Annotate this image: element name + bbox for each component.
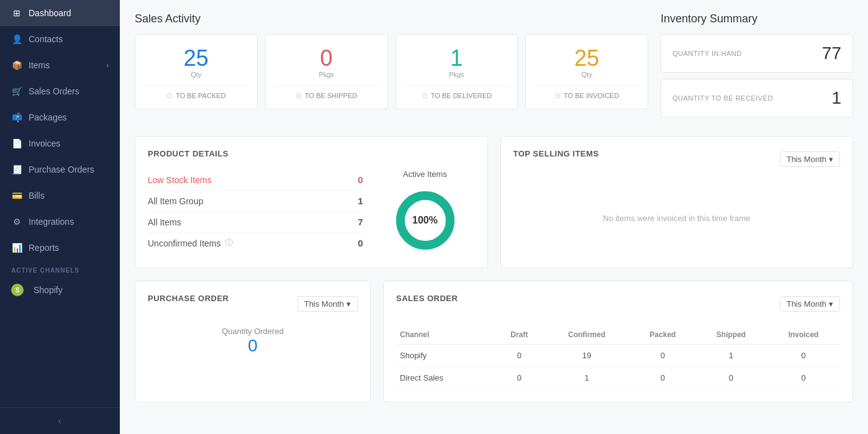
top-area: Sales Activity 25 Qty ⊙ TO BE PACKED 0 P… (135, 12, 853, 124)
purchase-order-panel: PURCHASE ORDER This Month ▾ Quantity Ord… (135, 281, 371, 402)
inv-in-hand-label: QUANTITY IN HAND (672, 50, 742, 57)
purchase-order-period-dropdown[interactable]: This Month ▾ (297, 296, 358, 312)
sales-order-period-dropdown[interactable]: This Month ▾ (780, 296, 840, 312)
sidebar-item-purchase-orders[interactable]: 🧾 Purchase Orders (0, 156, 120, 183)
po-quantity-label: Quantity Ordered (148, 327, 358, 336)
sidebar-collapse-button[interactable]: ‹ (0, 407, 120, 434)
donut-percent-text: 100% (412, 215, 438, 226)
so-invoiced-1: 0 (767, 367, 840, 389)
purchase-orders-icon: 🧾 (11, 164, 22, 175)
sidebar-label-bills: Bills (29, 191, 45, 201)
sidebar-label-dashboard: Dashboard (29, 8, 71, 18)
inv-to-receive-label: QUANTITY TO BE RECEIVED (672, 94, 773, 102)
dashboard-icon: ⊞ (11, 7, 22, 19)
invoiced-circle-icon: ⊙ (554, 91, 561, 100)
inventory-title: Inventory Summary (661, 12, 853, 25)
items-icon: 📦 (11, 60, 22, 71)
stat-cards: 25 Qty ⊙ TO BE PACKED 0 Pkgs ⊙ TO BE SHI… (135, 34, 648, 109)
invoiced-number: 25 (574, 46, 599, 71)
sidebar-item-bills[interactable]: 💳 Bills (0, 183, 120, 209)
top-selling-period-dropdown[interactable]: This Month ▾ (780, 151, 840, 167)
product-details-title: PRODUCT DETAILS (148, 149, 475, 158)
unconfirmed-label: Unconfirmed Items (148, 238, 220, 248)
col-draft: Draft (495, 325, 543, 345)
sidebar-item-sales-orders[interactable]: 🛒 Sales Orders (0, 78, 120, 104)
delivered-label: TO BE DELIVERED (431, 92, 492, 99)
sales-order-title: SALES ORDER (396, 294, 458, 303)
shipped-number: 0 (320, 46, 333, 71)
inv-in-hand-value: 77 (822, 43, 841, 63)
invoiced-unit: Qty (582, 71, 592, 78)
shipped-unit: Pkgs (319, 71, 333, 78)
so-packed-1: 0 (630, 367, 695, 389)
so-packed-0: 0 (630, 345, 695, 367)
stat-card-to-be-packed[interactable]: 25 Qty ⊙ TO BE PACKED (135, 34, 258, 109)
inv-card-in-hand: QUANTITY IN HAND 77 (661, 34, 853, 73)
sidebar-item-items[interactable]: 📦 Items › (0, 52, 120, 78)
delivered-divider (405, 86, 509, 86)
sidebar: ⊞ Dashboard 👤 Contacts 📦 Items › 🛒 Sales… (0, 0, 120, 434)
reports-icon: 📊 (11, 242, 22, 253)
delivered-bottom: ⊙ TO BE DELIVERED (422, 91, 492, 100)
shipped-circle-icon: ⊙ (296, 91, 302, 100)
all-items-row[interactable]: All Items 7 (148, 212, 363, 233)
sales-order-table: Channel Draft Confirmed Packed Shipped I… (396, 325, 840, 389)
all-items-label: All Items (148, 217, 181, 227)
invoices-icon: 📄 (11, 138, 22, 149)
top-selling-title: TOP SELLING ITEMS (513, 149, 599, 158)
delivered-number: 1 (450, 46, 463, 71)
shipped-divider (274, 86, 379, 86)
table-row: Direct Sales 0 1 0 0 0 (396, 367, 840, 389)
all-item-group-row[interactable]: All Item Group 1 (148, 191, 363, 212)
integrations-icon: ⚙ (11, 216, 22, 227)
stat-card-to-be-shipped[interactable]: 0 Pkgs ⊙ TO BE SHIPPED (265, 34, 388, 109)
sidebar-item-invoices[interactable]: 📄 Invoices (0, 130, 120, 156)
sidebar-item-shopify[interactable]: S Shopify (0, 276, 120, 304)
packed-bottom: ⊙ TO BE PACKED (166, 91, 225, 100)
invoiced-divider (535, 86, 639, 86)
so-chevron-down-icon: ▾ (829, 299, 833, 309)
sales-orders-icon: 🛒 (11, 86, 22, 97)
shipped-bottom: ⊙ TO BE SHIPPED (296, 91, 357, 100)
low-stock-row[interactable]: Low Stock Items 0 (148, 170, 363, 191)
delivered-unit: Pkgs (449, 71, 464, 78)
inv-to-receive-value: 1 (831, 88, 841, 108)
product-stats: Low Stock Items 0 All Item Group 1 All I… (148, 170, 363, 255)
sidebar-item-integrations[interactable]: ⚙ Integrations (0, 209, 120, 235)
col-channel: Channel (396, 325, 495, 345)
sidebar-item-reports[interactable]: 📊 Reports (0, 235, 120, 261)
top-selling-empty-message: No items were invoiced in this time fram… (513, 181, 841, 255)
packed-unit: Qty (191, 71, 201, 78)
sidebar-label-packages: Packages (29, 112, 66, 122)
purchase-order-title: PURCHASE ORDER (148, 294, 229, 303)
sales-order-period-label: This Month (787, 299, 826, 309)
sidebar-label-reports: Reports (29, 243, 59, 253)
sales-order-header: SALES ORDER This Month ▾ (396, 294, 840, 314)
shopify-icon: S (11, 284, 24, 296)
table-row: Shopify 0 19 0 1 0 (396, 345, 840, 367)
stat-card-to-be-delivered[interactable]: 1 Pkgs ⊙ TO BE DELIVERED (396, 34, 518, 109)
sidebar-item-dashboard[interactable]: ⊞ Dashboard (0, 0, 120, 26)
so-draft-0: 0 (495, 345, 543, 367)
bills-icon: 💳 (11, 190, 22, 201)
sidebar-label-contacts: Contacts (29, 34, 63, 44)
all-items-value: 7 (358, 217, 363, 227)
sidebar-item-contacts[interactable]: 👤 Contacts (0, 26, 120, 52)
stat-card-to-be-invoiced[interactable]: 25 Qty ⊙ TO BE INVOICED (525, 34, 648, 109)
sales-activity-title: Sales Activity (135, 12, 648, 25)
sidebar-label-items: Items (29, 60, 50, 70)
chevron-down-icon: ▾ (829, 155, 833, 164)
active-channels-label: ACTIVE CHANNELS (0, 261, 120, 276)
donut-chart: 100% (391, 186, 459, 255)
sidebar-item-packages[interactable]: 📫 Packages (0, 104, 120, 130)
packages-icon: 📫 (11, 112, 22, 123)
packed-circle-icon: ⊙ (166, 91, 173, 100)
middle-row: PRODUCT DETAILS Low Stock Items 0 All It… (135, 136, 853, 268)
unconfirmed-items-row[interactable]: Unconfirmed Items ⓘ 0 (148, 233, 363, 253)
sales-activity-section: Sales Activity 25 Qty ⊙ TO BE PACKED 0 P… (135, 12, 648, 124)
inv-card-to-receive: QUANTITY TO BE RECEIVED 1 (661, 79, 853, 117)
info-icon: ⓘ (225, 238, 233, 248)
donut-area: Active Items 100% (376, 170, 475, 255)
purchase-order-period-label: This Month (304, 299, 344, 309)
po-chevron-down-icon: ▾ (346, 299, 351, 309)
